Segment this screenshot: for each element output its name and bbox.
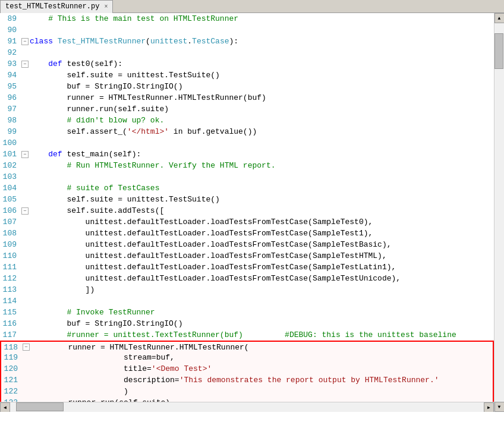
fold-marker — [20, 273, 30, 284]
scroll-up-button[interactable]: ▲ — [494, 13, 505, 23]
line-content — [30, 171, 494, 182]
fold-marker — [20, 216, 30, 228]
code-line-row: 107 unittest.defaultTestLoader.loadTests… — [0, 216, 494, 228]
code-line-row: 103 — [0, 171, 494, 182]
line-number: 103 — [0, 171, 20, 182]
fold-marker — [20, 92, 30, 103]
line-number: 116 — [0, 318, 20, 329]
fold-marker — [21, 386, 31, 397]
line-content: self.suite.addTests([ — [30, 205, 494, 216]
code-line-row: 99 self.assert_('</html>' in buf.getvalu… — [0, 126, 494, 137]
code-line-row: 111 unittest.defaultTestLoader.loadTests… — [0, 262, 494, 273]
line-number: 123 — [1, 397, 21, 402]
fold-marker — [20, 228, 30, 239]
line-content: def test0(self): — [30, 58, 494, 70]
line-number: 89 — [0, 13, 20, 24]
fold-marker — [20, 250, 30, 262]
line-number: 99 — [0, 126, 20, 137]
fold-marker — [20, 24, 30, 36]
line-content: # suite of TestCases — [30, 182, 494, 194]
line-number: 113 — [0, 284, 20, 295]
line-content: #runner = unittest.TextTestRunner(buf) #… — [30, 329, 494, 341]
line-content: # Run HTMLTestRunner. Verify the HTML re… — [30, 160, 494, 171]
line-content: ) — [31, 386, 494, 397]
fold-marker — [20, 284, 30, 295]
code-line-row: 115 # Invoke TestRunner — [0, 307, 494, 318]
scroll-v-thumb[interactable] — [494, 33, 503, 69]
fold-marker — [20, 329, 30, 341]
line-number: 100 — [0, 137, 20, 149]
code-line-row: 122 ) — [0, 386, 494, 397]
line-number: 101 — [0, 149, 20, 160]
line-content: buf = StringIO.StringIO() — [30, 81, 494, 92]
fold-marker — [20, 70, 30, 81]
code-line-row: 93− def test0(self): — [0, 58, 494, 70]
code-line-row: 95 buf = StringIO.StringIO() — [0, 81, 494, 92]
fold-marker[interactable]: − — [20, 149, 30, 160]
vertical-scrollbar[interactable]: ▲ ▼ — [494, 13, 504, 412]
line-content: title='<Demo Test>' — [31, 363, 494, 374]
fold-marker — [21, 363, 31, 374]
line-content: self.suite = unittest.TestSuite() — [30, 70, 494, 81]
scroll-right-button[interactable]: ▶ — [484, 402, 494, 412]
line-number: 102 — [0, 160, 20, 171]
line-content: runner.run(self.suite) — [31, 397, 494, 402]
fold-marker — [20, 307, 30, 318]
scroll-h-track[interactable] — [10, 402, 484, 412]
line-content: unittest.defaultTestLoader.loadTestsFrom… — [30, 239, 494, 250]
fold-marker[interactable]: − — [20, 205, 30, 216]
code-line-row: 91−class Test_HTMLTestRunner(unittest.Te… — [0, 36, 494, 47]
editor-window: test_HTMLTestRunner.py × 89 # This is th… — [0, 0, 504, 412]
line-number: 121 — [1, 374, 21, 386]
fold-marker — [20, 47, 30, 58]
scroll-h-thumb[interactable] — [16, 402, 64, 411]
code-line-row: 119 stream=buf, — [0, 352, 494, 363]
code-line-row: 117 #runner = unittest.TextTestRunner(bu… — [0, 329, 494, 341]
fold-marker — [20, 262, 30, 273]
fold-marker[interactable]: − — [20, 36, 30, 47]
code-line-row: 114 — [0, 295, 494, 307]
line-number: 90 — [0, 24, 20, 36]
line-content: runner.run(self.suite) — [30, 103, 494, 115]
line-content: runner = HTMLTestRunner.HTMLTestRunner( — [31, 342, 494, 352]
fold-marker — [20, 182, 30, 194]
fold-marker — [20, 103, 30, 115]
fold-marker[interactable]: − — [20, 58, 30, 70]
line-content: self.suite = unittest.TestSuite() — [30, 194, 494, 205]
fold-marker — [20, 171, 30, 182]
code-line-row: 121 description='This demonstrates the r… — [0, 374, 494, 386]
line-number: 95 — [0, 81, 20, 92]
fold-marker — [20, 239, 30, 250]
scroll-down-button[interactable]: ▼ — [494, 402, 505, 412]
fold-marker — [20, 81, 30, 92]
code-line-row: 113 ]) — [0, 284, 494, 295]
fold-marker[interactable]: − — [21, 342, 31, 352]
fold-marker — [21, 352, 31, 363]
fold-marker — [20, 318, 30, 329]
line-number: 97 — [0, 103, 20, 115]
fold-marker — [20, 126, 30, 137]
line-content: # Invoke TestRunner — [30, 307, 494, 318]
tab-close-button[interactable]: × — [104, 4, 108, 10]
line-number: 110 — [0, 250, 20, 262]
scroll-v-track[interactable] — [494, 23, 504, 402]
scroll-left-button[interactable]: ◀ — [0, 402, 10, 412]
line-number: 96 — [0, 92, 20, 103]
horizontal-scrollbar[interactable]: ◀ ▶ — [0, 402, 494, 412]
tab-filename: test_HTMLTestRunner.py — [5, 2, 99, 11]
file-tab[interactable]: test_HTMLTestRunner.py × — [0, 0, 113, 13]
line-content: unittest.defaultTestLoader.loadTestsFrom… — [30, 250, 494, 262]
line-number: 107 — [0, 216, 20, 228]
code-line-row: 108 unittest.defaultTestLoader.loadTests… — [0, 228, 494, 239]
code-line-row: 89 # This is the main test on HTMLTestRu… — [0, 13, 494, 24]
line-content: description='This demonstrates the repor… — [31, 374, 494, 386]
line-content: buf = StringIO.StringIO() — [30, 318, 494, 329]
code-line-row: 123 runner.run(self.suite) — [0, 397, 494, 402]
code-line-row: 106− self.suite.addTests([ — [0, 205, 494, 216]
line-content: unittest.defaultTestLoader.loadTestsFrom… — [30, 262, 494, 273]
line-number: 119 — [1, 352, 21, 363]
line-content: ]) — [30, 284, 494, 295]
line-number: 93 — [0, 58, 20, 70]
line-number: 120 — [1, 363, 21, 374]
code-line-row: 104 # suite of TestCases — [0, 182, 494, 194]
